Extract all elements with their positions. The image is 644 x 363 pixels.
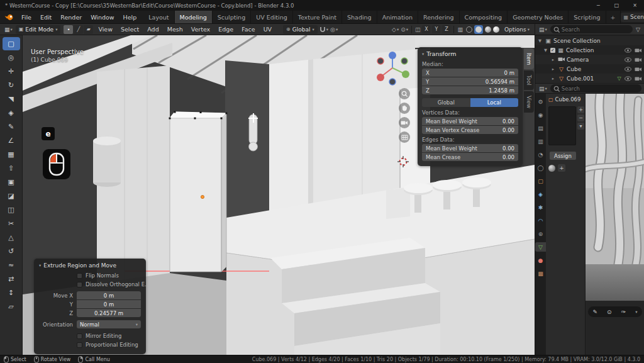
outliner-row-camera[interactable]: ▸ Camera: [535, 55, 644, 64]
tool-spin[interactable]: ↺: [3, 245, 20, 258]
shading-material-icon[interactable]: [485, 26, 491, 33]
move-z-field[interactable]: 0.24577 m: [77, 309, 141, 317]
workspace-tab-texture-paint[interactable]: Texture Paint: [293, 11, 342, 23]
menu-add[interactable]: Add: [144, 26, 162, 33]
vertex-groups-list[interactable]: [548, 106, 576, 145]
maximize-button[interactable]: □: [608, 0, 626, 11]
proportional-editing-checkbox[interactable]: [77, 342, 82, 348]
eye-icon[interactable]: [625, 48, 632, 53]
tab-material[interactable]: ●: [536, 255, 545, 265]
mean-bevel-weight-field[interactable]: Mean Bevel Weight 0.00: [422, 117, 518, 125]
proportional-editing-icon[interactable]: ◎▾: [330, 26, 338, 33]
material-sphere-icon[interactable]: [548, 165, 555, 172]
tab-render[interactable]: ◉: [536, 110, 545, 120]
zoom-icon[interactable]: [399, 88, 410, 99]
expand-icon[interactable]: ▸: [550, 57, 556, 62]
tool-loop-cut[interactable]: ◫: [3, 203, 20, 216]
mean-vertex-crease-field[interactable]: Mean Vertex Crease 0.00: [422, 126, 518, 134]
shading-solid-active[interactable]: [474, 25, 483, 34]
local-button[interactable]: Local: [470, 98, 519, 107]
median-x-field[interactable]: X 0 m: [422, 69, 518, 77]
pan-hand-icon[interactable]: [399, 103, 410, 114]
median-z-field[interactable]: Z 1.2458 m: [422, 86, 518, 94]
viewport-3d[interactable]: User Perspective (1) Cube.069 e: [23, 35, 535, 355]
tab-particles[interactable]: ✱: [536, 203, 545, 212]
eyedropper-icon[interactable]: ⊙: [607, 309, 612, 315]
workspace-tab-compositing[interactable]: Compositing: [460, 11, 508, 23]
scene-selector[interactable]: ▦ Scene ×: [621, 13, 644, 22]
menu-window[interactable]: Window: [86, 14, 118, 21]
collection-checkbox[interactable]: ✓: [550, 48, 555, 53]
tool-add-cube[interactable]: ▦: [3, 148, 20, 161]
orientation-dropdown[interactable]: Normal ▾: [77, 320, 141, 328]
ortho-grid-icon[interactable]: [399, 131, 410, 143]
tool-smooth[interactable]: ≈: [3, 259, 20, 272]
sidebar-tab-item[interactable]: Item: [524, 48, 534, 69]
transform-panel-header[interactable]: ▾ Transform: [422, 49, 518, 59]
chevron-down-icon[interactable]: ▾: [635, 310, 637, 315]
minimize-button[interactable]: ─: [589, 0, 608, 11]
draw-brush-icon[interactable]: ✎: [593, 309, 598, 315]
snap-magnet-icon[interactable]: ▾: [319, 26, 328, 33]
sidebar-tab-view[interactable]: View: [524, 91, 534, 113]
properties-search-input[interactable]: [562, 86, 638, 92]
expand-icon[interactable]: ▼: [537, 38, 543, 43]
tool-select-box[interactable]: ▢: [3, 37, 20, 50]
symmetry-y-button[interactable]: Y: [432, 25, 440, 33]
menu-face[interactable]: Face: [238, 26, 258, 33]
tab-view-layer[interactable]: ▥: [536, 137, 545, 146]
show-gizmo-icon[interactable]: ◇▾: [392, 26, 399, 33]
tab-object-data[interactable]: ▽: [535, 242, 546, 252]
tool-poly-build[interactable]: △: [3, 231, 20, 244]
dissolve-orthogonal-checkbox[interactable]: [77, 282, 82, 288]
symmetry-z-button[interactable]: Z: [442, 25, 450, 33]
tool-extrude-region[interactable]: ⇧: [3, 162, 20, 175]
remove-item-button[interactable]: −: [577, 114, 584, 121]
tool-move[interactable]: ✛: [3, 65, 20, 78]
add-material-button[interactable]: +: [558, 164, 565, 172]
add-item-button[interactable]: +: [577, 106, 584, 113]
tool-transform[interactable]: ◈: [3, 106, 20, 120]
navigation-gizmo[interactable]: [372, 49, 413, 89]
specials-menu-button[interactable]: ▾: [577, 123, 584, 130]
outliner-search[interactable]: [550, 25, 633, 33]
shading-wireframe-icon[interactable]: [466, 26, 472, 33]
mean-crease-field[interactable]: Mean Crease 0.00: [422, 153, 518, 161]
tool-edge-slide[interactable]: ⇄: [3, 272, 20, 286]
operator-panel-header[interactable]: ▾ Extrude Region and Move: [39, 261, 141, 270]
tool-inset-faces[interactable]: ▣: [3, 176, 20, 189]
tool-shrink-fatten[interactable]: ↕: [3, 286, 20, 299]
workspace-tab-animation[interactable]: Animation: [377, 11, 418, 23]
tab-physics[interactable]: ◠: [536, 216, 545, 225]
menu-mesh[interactable]: Mesh: [164, 26, 186, 33]
outliner-search-input[interactable]: [562, 26, 630, 33]
eye-icon[interactable]: [625, 57, 632, 62]
tool-scale[interactable]: ◥: [3, 92, 20, 106]
workspace-tab-rendering[interactable]: Rendering: [418, 11, 460, 23]
outliner-row-scene-collection[interactable]: ▼ ▣ Scene Collection: [535, 36, 644, 45]
workspace-tab-sculpting[interactable]: Sculpting: [213, 11, 251, 23]
camera-visibility-icon[interactable]: [635, 57, 642, 62]
tool-annotate[interactable]: ✎: [3, 120, 20, 133]
tool-rotate[interactable]: ↻: [3, 79, 20, 92]
properties-search[interactable]: [550, 84, 641, 92]
tool-knife[interactable]: ✂: [3, 217, 20, 230]
options-dropdown[interactable]: Options▾: [502, 26, 531, 33]
menu-help[interactable]: Help: [119, 14, 142, 21]
menu-render[interactable]: Render: [56, 14, 86, 21]
mode-selector[interactable]: ▣ Edit Mode ▾: [16, 25, 61, 34]
menu-edit[interactable]: Edit: [36, 14, 56, 21]
camera-visibility-icon[interactable]: [635, 48, 642, 53]
expand-icon[interactable]: ▼: [543, 48, 548, 53]
menu-vertex[interactable]: Vertex: [188, 26, 214, 33]
workspace-tab-layout[interactable]: Layout: [143, 11, 174, 23]
add-workspace-button[interactable]: +: [606, 11, 621, 23]
camera-visibility-icon[interactable]: [635, 67, 642, 72]
sidebar-tab-tool[interactable]: Tool: [524, 70, 534, 90]
menu-select[interactable]: Select: [118, 26, 142, 33]
menu-edge[interactable]: Edge: [215, 26, 236, 33]
eye-icon[interactable]: [625, 76, 632, 81]
camera-visibility-icon[interactable]: [635, 76, 642, 81]
tab-modifiers[interactable]: ◈: [536, 189, 545, 199]
workspace-tab-geometry-nodes[interactable]: Geometry Nodes: [508, 11, 569, 23]
